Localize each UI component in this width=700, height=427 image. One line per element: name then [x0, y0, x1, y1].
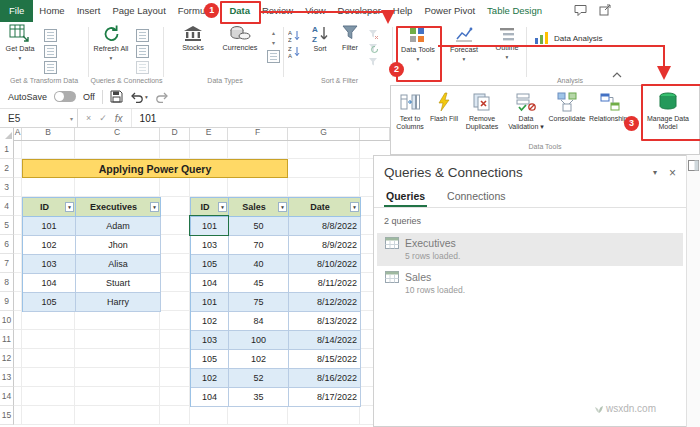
- data-types-gallery-icon[interactable]: [267, 50, 280, 63]
- menu-tab-view[interactable]: View: [299, 0, 331, 22]
- sales-cell[interactable]: 8/17/2022: [289, 388, 361, 407]
- sales-cell[interactable]: 8/13/2022: [289, 312, 361, 331]
- menu-tab-help[interactable]: Help: [387, 0, 419, 22]
- executives-cell[interactable]: Stuart: [76, 274, 161, 293]
- row-header-2[interactable]: 2: [0, 159, 14, 178]
- column-header-f[interactable]: F: [228, 126, 288, 140]
- forecast-group-button[interactable]: Forecast ▾: [444, 26, 484, 63]
- scroll-down-icon[interactable]: ▾: [272, 40, 275, 47]
- save-button[interactable]: [110, 90, 123, 103]
- cancel-icon[interactable]: ×: [86, 113, 91, 123]
- share-icon[interactable]: [599, 4, 611, 17]
- insert-function-icon[interactable]: fx: [115, 113, 123, 124]
- sort-button[interactable]: AZ Sort: [306, 24, 334, 53]
- column-header-d[interactable]: D: [160, 126, 190, 140]
- sales-cell[interactable]: 100: [229, 331, 289, 350]
- scroll-up-icon[interactable]: ▴: [272, 30, 275, 37]
- ribbon-button-consolidate[interactable]: Consolidate: [547, 89, 587, 123]
- filter-button[interactable]: Filter: [336, 24, 364, 52]
- sales-cell[interactable]: 50: [229, 217, 289, 236]
- executives-header-id[interactable]: ID▾: [23, 198, 76, 217]
- executives-cell[interactable]: Adam: [76, 217, 161, 236]
- clear-filter-icon[interactable]: [368, 29, 379, 40]
- row-header-8[interactable]: 8: [0, 273, 14, 292]
- row-header-7[interactable]: 7: [0, 254, 14, 273]
- sales-cell[interactable]: 8/8/2022: [289, 217, 361, 236]
- name-box-dropdown-icon[interactable]: ▾: [70, 115, 73, 122]
- filter-dropdown-icon[interactable]: ▾: [278, 202, 287, 212]
- row-header-3[interactable]: 3: [0, 178, 14, 197]
- row-header-11[interactable]: 11: [0, 330, 14, 349]
- row-header-14[interactable]: 14: [0, 387, 14, 406]
- from-text-csv-icon[interactable]: [44, 29, 57, 42]
- sales-header-date[interactable]: Date▾: [289, 198, 361, 217]
- executives-cell[interactable]: 105: [23, 293, 76, 312]
- sales-cell[interactable]: 35: [229, 388, 289, 407]
- sales-cell[interactable]: 103: [191, 236, 229, 255]
- title-cell[interactable]: Applying Power Query: [22, 159, 288, 178]
- refresh-all-button[interactable]: Refresh All ▾: [92, 24, 130, 62]
- sales-cell[interactable]: 104: [191, 274, 229, 293]
- column-header-g[interactable]: G: [288, 126, 360, 140]
- row-header-5[interactable]: 5: [0, 216, 14, 235]
- sales-cell[interactable]: 102: [191, 312, 229, 331]
- menu-tab-page-layout[interactable]: Page Layout: [106, 0, 171, 22]
- from-web-icon[interactable]: [44, 45, 57, 58]
- column-header-a[interactable]: A: [14, 126, 22, 140]
- sort-za-icon[interactable]: ZA: [288, 45, 301, 58]
- enter-icon[interactable]: ✓: [99, 113, 107, 123]
- sales-cell[interactable]: 104: [191, 388, 229, 407]
- sales-cell[interactable]: 40: [229, 255, 289, 274]
- undo-button[interactable]: ▾: [130, 91, 148, 103]
- executives-cell[interactable]: Alisa: [76, 255, 161, 274]
- sales-cell[interactable]: 75: [229, 293, 289, 312]
- menu-tab-home[interactable]: Home: [33, 0, 70, 22]
- sales-cell[interactable]: 103: [191, 331, 229, 350]
- filter-dropdown-icon[interactable]: ▾: [65, 202, 74, 212]
- sales-cell[interactable]: 102: [229, 350, 289, 369]
- sales-cell[interactable]: 101: [191, 293, 229, 312]
- row-header-12[interactable]: 12: [0, 349, 14, 368]
- outline-group-button[interactable]: Outline ▾: [488, 26, 526, 61]
- row-header-9[interactable]: 9: [0, 292, 14, 311]
- column-header-e[interactable]: E: [190, 126, 228, 140]
- menu-tab-power-pivot[interactable]: Power Pivot: [418, 0, 481, 22]
- pane-dock-icon[interactable]: [688, 160, 699, 171]
- sales-cell[interactable]: 8/12/2022: [289, 293, 361, 312]
- data-tools-group-button[interactable]: Data Tools ▾: [398, 26, 438, 63]
- from-table-range-icon[interactable]: [44, 61, 57, 74]
- filter-dropdown-icon[interactable]: ▾: [218, 202, 227, 212]
- row-header-15[interactable]: 15: [0, 406, 14, 425]
- stocks-button[interactable]: Stocks: [172, 24, 214, 52]
- ribbon-button-remove-duplicates[interactable]: Remove Duplicates: [459, 89, 505, 131]
- menu-tab-table-design[interactable]: Table Design: [481, 0, 548, 22]
- row-header-4[interactable]: 4: [0, 197, 14, 216]
- redo-button[interactable]: [155, 91, 169, 103]
- sales-cell[interactable]: 8/11/2022: [289, 274, 361, 293]
- tab-queries[interactable]: Queries: [384, 186, 427, 207]
- pane-close-icon[interactable]: ×: [669, 166, 676, 180]
- sales-cell[interactable]: 45: [229, 274, 289, 293]
- sales-cell[interactable]: 101: [191, 217, 229, 236]
- sales-cell[interactable]: 52: [229, 369, 289, 388]
- ribbon-button-manage-data-model[interactable]: Manage Data Model: [641, 89, 695, 131]
- executives-cell[interactable]: 104: [23, 274, 76, 293]
- queries-connections-icon[interactable]: [136, 29, 149, 42]
- sales-cell[interactable]: 8/15/2022: [289, 350, 361, 369]
- currencies-button[interactable]: Currencies: [216, 24, 264, 52]
- sales-header-sales[interactable]: Sales▾: [229, 198, 289, 217]
- edit-links-icon[interactable]: [136, 61, 149, 74]
- sales-cell[interactable]: 8/10/2022: [289, 255, 361, 274]
- menu-tab-insert[interactable]: Insert: [71, 0, 107, 22]
- ribbon-button-flash-fill[interactable]: Flash Fill: [429, 89, 459, 123]
- reapply-filter-icon[interactable]: [368, 43, 379, 54]
- row-header-1[interactable]: 1: [0, 140, 14, 159]
- collapse-ribbon-icon[interactable]: [612, 72, 622, 78]
- query-item-executives[interactable]: Executives5 rows loaded.: [377, 233, 683, 266]
- sales-cell[interactable]: 105: [191, 350, 229, 369]
- menu-tab-review[interactable]: Review: [256, 0, 299, 22]
- filter-dropdown-icon[interactable]: ▾: [350, 202, 359, 212]
- sales-cell[interactable]: 105: [191, 255, 229, 274]
- menu-tab-file[interactable]: File: [0, 0, 33, 22]
- executives-cell[interactable]: 101: [23, 217, 76, 236]
